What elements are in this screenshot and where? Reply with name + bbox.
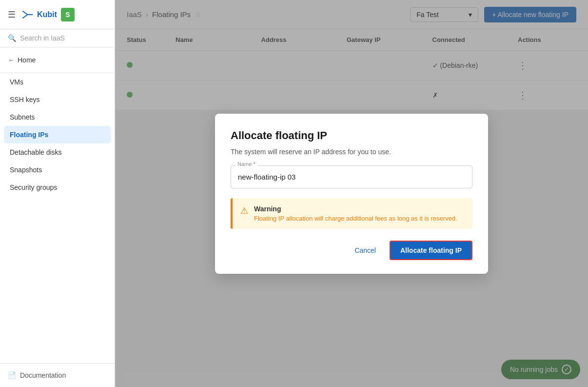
hamburger-icon[interactable]: ☰ [8,9,16,20]
sidebar-item-security-groups[interactable]: Security groups [0,179,115,196]
warning-content: Warning Floating IP allocation will char… [254,205,457,222]
dialog-description: The system will reserve an IP address fo… [231,148,472,156]
search-icon: 🔍 [8,34,16,42]
documentation-icon: 📄 [8,371,16,379]
sidebar-item-floating-ips[interactable]: Floating IPs [4,126,111,143]
main-content: IaaS › Floating IPs ☆ Fa Test ▾ + Alloca… [115,0,588,387]
documentation-label: Documentation [20,371,66,379]
warning-title: Warning [254,205,457,213]
vms-label: VMs [10,78,23,86]
logo-area: Kubit S [21,8,75,21]
snapshots-label: Snapshots [10,166,42,174]
secondary-logo: S [61,8,75,21]
ssh-keys-label: SSH keys [10,96,39,103]
search-placeholder: Search in IaaS [20,34,65,42]
sidebar: ☰ Kubit S 🔍 Search in IaaS ← Home VMs [0,0,115,387]
nav-menu: VMs SSH keys Subnets Floating IPs Detach… [0,73,115,196]
sidebar-item-detachable-disks[interactable]: Detachable disks [0,143,115,161]
allocate-floating-ip-dialog: Allocate floating IP The system will res… [215,114,488,274]
name-input[interactable] [231,165,472,188]
allocate-floating-ip-button[interactable]: Allocate floating IP [390,241,472,260]
name-field-group: Name * [231,165,472,188]
sidebar-footer[interactable]: 📄 Documentation [0,363,115,387]
search-bar: 🔍 Search in IaaS [0,29,115,47]
search-input-wrap[interactable]: 🔍 Search in IaaS [8,34,107,42]
sidebar-header: ☰ Kubit S [0,0,115,29]
name-field-label: Name * [235,161,257,167]
kubit-logo-text: Kubit [37,10,57,19]
cancel-button[interactable]: Cancel [349,243,382,258]
dialog-actions: Cancel Allocate floating IP [231,241,472,260]
warning-box: ⚠ Warning Floating IP allocation will ch… [231,198,472,229]
kubit-logo: Kubit [21,10,57,20]
warning-triangle-icon: ⚠ [240,205,248,216]
modal-overlay: Allocate floating IP The system will res… [115,0,588,387]
sidebar-item-vms[interactable]: VMs [0,73,115,91]
sidebar-item-subnets[interactable]: Subnets [0,108,115,126]
sidebar-item-home[interactable]: ← Home [0,51,115,69]
detachable-disks-label: Detachable disks [10,148,62,156]
nav-home-section: ← Home [0,47,115,73]
arrow-left-icon: ← [8,56,15,64]
warning-text: Floating IP allocation will charge addit… [254,215,457,222]
sidebar-item-ssh-keys[interactable]: SSH keys [0,91,115,108]
home-label: Home [18,56,36,64]
dialog-title: Allocate floating IP [231,129,472,142]
floating-ips-label: Floating IPs [10,131,48,139]
security-groups-label: Security groups [10,183,57,191]
subnets-label: Subnets [10,113,35,121]
sidebar-item-snapshots[interactable]: Snapshots [0,161,115,179]
